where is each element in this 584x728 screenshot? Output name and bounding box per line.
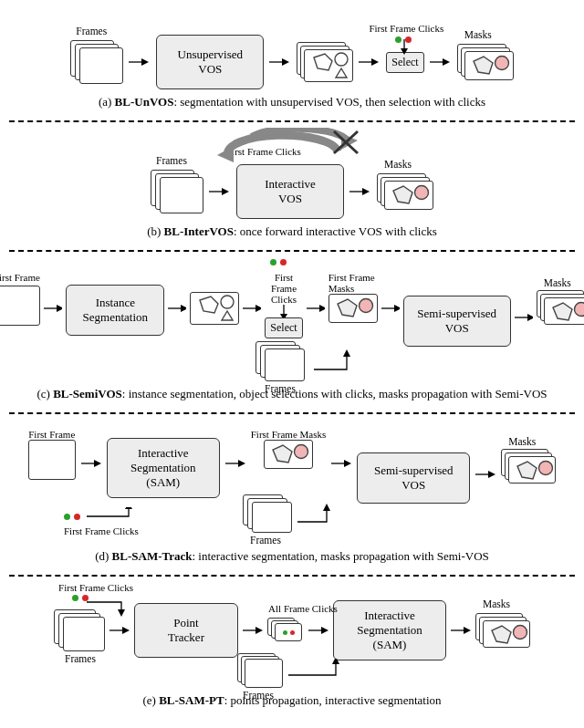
arrow-icon bbox=[110, 625, 130, 636]
first-frame bbox=[0, 286, 40, 326]
caption-b: (b) BL-InterVOS: once forward interactiv… bbox=[9, 224, 575, 239]
frames-stack bbox=[243, 494, 292, 533]
block-instseg: Instance Segmentation bbox=[66, 285, 164, 336]
panel-a: Frames Unsupervised VOS First Frame Clic… bbox=[9, 9, 575, 120]
svg-marker-15 bbox=[323, 504, 330, 511]
block-point-tracker: Point Tracker bbox=[134, 603, 238, 658]
arrow-icon bbox=[243, 625, 263, 636]
block-semivos: Semi-supervised VOS bbox=[403, 296, 511, 347]
arrow-icon bbox=[307, 303, 325, 314]
output-masks bbox=[475, 613, 530, 648]
arrow-icon bbox=[225, 458, 245, 469]
output-masks bbox=[537, 290, 584, 325]
arrow-icon bbox=[451, 625, 471, 636]
label-frames: Frames bbox=[76, 26, 107, 36]
arrow-icon bbox=[359, 57, 381, 68]
arrow-icon bbox=[243, 303, 261, 314]
panel-d: First Frame Interactive Segmentation (SA… bbox=[9, 414, 575, 575]
arrow-icon bbox=[129, 57, 151, 68]
label-ffmasks: First Frame Masks bbox=[328, 272, 378, 294]
arrow-icon bbox=[168, 303, 186, 314]
label-masks: Masks bbox=[544, 277, 571, 288]
arrow-up-right-icon bbox=[285, 659, 358, 684]
clicks-icon bbox=[270, 259, 287, 265]
arrow-up-right-icon bbox=[310, 348, 365, 375]
caption-a: (a) BL-UnVOS: segmentation with unsuperv… bbox=[9, 95, 575, 109]
frames-stack bbox=[54, 609, 105, 651]
arrow-down-icon bbox=[278, 305, 289, 317]
panel-e: First Frame Clicks Frames Point Tracker … bbox=[9, 577, 575, 719]
clicks-input: First Frame Clicks bbox=[64, 507, 147, 536]
frames-stack bbox=[256, 341, 305, 381]
svg-marker-14 bbox=[125, 507, 132, 509]
label-frames: Frames bbox=[250, 535, 281, 546]
label-ffclicks: First Frame Clicks bbox=[50, 582, 141, 593]
arrow-icon bbox=[381, 303, 400, 314]
select-box: Select bbox=[265, 317, 302, 338]
selected-shapes bbox=[328, 294, 378, 323]
selected-shapes bbox=[264, 440, 313, 469]
clicks-stack bbox=[267, 618, 304, 643]
candidate-shapes bbox=[190, 292, 239, 325]
arrow-icon bbox=[44, 303, 62, 314]
output-masks bbox=[501, 449, 556, 484]
label-first-frame: First Frame bbox=[0, 272, 40, 283]
arrow-down-icon bbox=[399, 39, 410, 55]
svg-marker-16 bbox=[118, 609, 125, 617]
label-masks: Masks bbox=[384, 159, 412, 170]
frames-stack bbox=[237, 653, 283, 690]
label-masks: Masks bbox=[508, 436, 536, 447]
block-intervos: Interactive VOS bbox=[236, 164, 344, 219]
candidate-masks bbox=[297, 42, 353, 82]
label-masks: Masks bbox=[464, 29, 492, 40]
block-intseg-sam: Interactive Segmentation (SAM) bbox=[333, 600, 446, 660]
svg-marker-17 bbox=[332, 659, 339, 664]
svg-marker-13 bbox=[343, 349, 350, 357]
output-masks bbox=[377, 173, 433, 210]
block-semivos: Semi-supervised VOS bbox=[357, 452, 470, 504]
label-frames: Frames bbox=[243, 690, 274, 701]
arrow-icon bbox=[269, 57, 291, 68]
arrow-icon bbox=[331, 458, 351, 469]
label-frames: Frames bbox=[265, 383, 296, 394]
select-box: Select bbox=[386, 52, 423, 73]
caption-d: (d) BL-SAM-Track: interactive segmentati… bbox=[9, 549, 575, 564]
arrow-icon bbox=[209, 186, 231, 197]
block-intseg-sam: Interactive Segmentation (SAM) bbox=[107, 438, 220, 498]
caption-e: (e) BL-SAM-PT: points propagation, inter… bbox=[9, 693, 575, 708]
frames-stack bbox=[70, 40, 123, 84]
label-masks: Masks bbox=[483, 598, 510, 609]
arrow-icon bbox=[515, 312, 533, 323]
label-frames: Frames bbox=[156, 155, 187, 166]
label-allclicks: All Frame Clicks bbox=[262, 603, 344, 614]
label-first-frame: First Frame bbox=[28, 429, 75, 440]
panel-c: First Frame Instance Segmentation First … bbox=[9, 252, 575, 412]
arrow-icon bbox=[430, 57, 452, 68]
arrow-up-right-icon bbox=[294, 504, 349, 531]
label-ffclicks: First Frame Clicks bbox=[360, 23, 452, 34]
label-ffclicks: First Frame Clicks bbox=[64, 525, 147, 536]
arrow-icon bbox=[349, 186, 371, 197]
first-frame bbox=[28, 440, 76, 480]
label-ffmasks: First Frame Masks bbox=[251, 429, 327, 440]
arrow-icon bbox=[81, 458, 101, 469]
output-masks bbox=[457, 44, 514, 80]
frames-stack: Frames bbox=[151, 170, 203, 213]
label-ffclicks: First Frame Clicks bbox=[265, 272, 302, 305]
block-unvos: Unsupervised VOS bbox=[156, 35, 264, 89]
arrow-icon bbox=[475, 469, 495, 480]
loop-cross-icon bbox=[201, 128, 383, 166]
arrow-icon bbox=[308, 625, 328, 636]
panel-b: First Frame Clicks Frames Interactive VO… bbox=[9, 122, 575, 250]
